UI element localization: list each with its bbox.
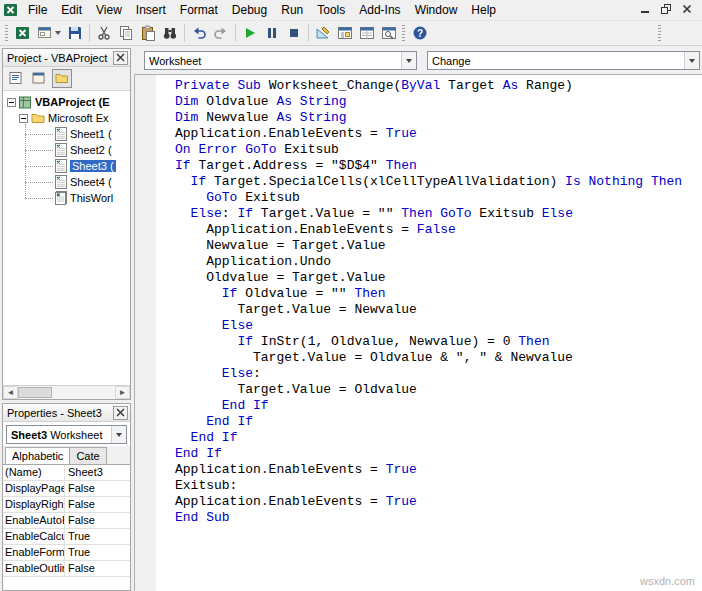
property-name[interactable]: EnableOutlin: [3, 561, 65, 576]
menu-format[interactable]: Format: [173, 1, 225, 19]
save-icon: [67, 25, 83, 41]
property-value[interactable]: True: [65, 545, 130, 560]
menu-run[interactable]: Run: [274, 1, 310, 19]
design-mode-button[interactable]: [312, 22, 334, 44]
menu-file[interactable]: File: [21, 1, 54, 19]
scroll-left-button[interactable]: ◄: [3, 386, 18, 399]
toggle-folders-button[interactable]: [52, 69, 72, 88]
property-value[interactable]: Sheet3: [65, 465, 130, 480]
tree-item-sheet2[interactable]: Sheet2 (: [3, 142, 130, 158]
save-button[interactable]: [64, 22, 86, 44]
property-value[interactable]: True: [65, 529, 130, 544]
tree-item-sheet4[interactable]: Sheet4 (: [3, 174, 130, 190]
copy-button[interactable]: [115, 22, 137, 44]
property-row[interactable]: DisplayRightFalse: [3, 497, 130, 513]
insert-userform-button[interactable]: [34, 22, 64, 44]
menu-view[interactable]: View: [89, 1, 129, 19]
close-icon: [682, 4, 692, 16]
procedure-dropdown[interactable]: Change: [427, 51, 700, 70]
cut-button[interactable]: [93, 22, 115, 44]
menu-help[interactable]: Help: [464, 1, 503, 19]
undo-button[interactable]: [188, 22, 210, 44]
tree-item-sheet3[interactable]: Sheet3 (: [3, 158, 130, 174]
code-line: Dim Oldvalue As String: [175, 94, 702, 110]
property-row[interactable]: (Name)Sheet3: [3, 465, 130, 481]
menu-tools[interactable]: Tools: [310, 1, 352, 19]
reset-button[interactable]: [283, 22, 305, 44]
code-line: Newvalue = Target.Value: [175, 238, 702, 254]
properties-panel-header: Properties - Sheet3: [3, 404, 130, 422]
menu-add-ins[interactable]: Add-Ins: [352, 1, 407, 19]
paste-button[interactable]: [137, 22, 159, 44]
code-line: End If: [175, 398, 702, 414]
code-line: Oldvalue = Target.Value: [175, 270, 702, 286]
object-browser-button[interactable]: [378, 22, 400, 44]
object-selector-dropdown[interactable]: Sheet3 Worksheet: [6, 425, 127, 444]
property-value[interactable]: False: [65, 481, 130, 496]
property-name[interactable]: EnableAutoF: [3, 513, 65, 528]
restore-button[interactable]: [660, 4, 672, 16]
run-button[interactable]: [239, 22, 261, 44]
property-name[interactable]: EnableCalcu: [3, 529, 65, 544]
tree-item-label: Sheet2 (: [70, 144, 112, 156]
toolbar-grip: [658, 25, 661, 42]
code-line: Target.Value = Newvalue: [175, 302, 702, 318]
tab-categorized[interactable]: Cate: [69, 447, 106, 464]
tree-item-sheet1[interactable]: Sheet1 (: [3, 126, 130, 142]
collapse-icon[interactable]: [7, 98, 16, 107]
scroll-right-button[interactable]: ►: [115, 386, 130, 399]
worksheet-icon: [55, 159, 67, 173]
property-row[interactable]: EnableAutoFFalse: [3, 513, 130, 529]
menu-window[interactable]: Window: [408, 1, 465, 19]
property-value[interactable]: False: [65, 497, 130, 512]
property-name[interactable]: DisplayPage: [3, 481, 65, 496]
object-dropdown[interactable]: Worksheet: [144, 51, 417, 70]
chevron-down-icon: [684, 52, 699, 69]
scroll-thumb[interactable]: [18, 387, 52, 398]
excel-workbook-icon[interactable]: [3, 2, 19, 18]
property-row[interactable]: EnableOutlinFalse: [3, 561, 130, 577]
toolbar-separator: [184, 24, 185, 42]
menu-edit[interactable]: Edit: [54, 1, 89, 19]
project-panel-close-button[interactable]: [113, 51, 128, 65]
minimize-button[interactable]: [639, 4, 651, 16]
break-button[interactable]: [261, 22, 283, 44]
property-value[interactable]: False: [65, 513, 130, 528]
properties-panel-close-button[interactable]: [113, 406, 128, 420]
left-column: Project - VBAProject VBAProject (E Micro…: [2, 48, 131, 591]
object-browser-icon: [381, 25, 397, 41]
property-name[interactable]: DisplayRight: [3, 497, 65, 512]
property-name[interactable]: EnableForm: [3, 545, 65, 560]
close-button[interactable]: [681, 4, 693, 16]
breakpoint-margin[interactable]: [135, 75, 156, 591]
menu-debug[interactable]: Debug: [225, 1, 274, 19]
tree-item-vbaproject[interactable]: VBAProject (E: [3, 94, 130, 110]
menu-insert[interactable]: Insert: [129, 1, 173, 19]
property-row[interactable]: EnableCalcuTrue: [3, 529, 130, 545]
code-line: Target.Value = Oldvalue & ", " & Newvalu…: [175, 350, 702, 366]
scroll-track[interactable]: [18, 386, 115, 399]
tree-item-thisworl[interactable]: ThisWorl: [3, 190, 130, 206]
code-text[interactable]: Private Sub Worksheet_Change(ByVal Targe…: [156, 78, 702, 591]
property-value[interactable]: False: [65, 561, 130, 576]
tree-item-microsoft-excel-objects[interactable]: Microsoft Ex: [3, 110, 130, 126]
property-row[interactable]: EnableFormTrue: [3, 545, 130, 561]
excel-button[interactable]: [12, 22, 34, 44]
svg-text:?: ?: [417, 28, 423, 39]
tab-alphabetic[interactable]: Alphabetic: [5, 447, 70, 464]
properties-window-button[interactable]: [356, 22, 378, 44]
view-code-button[interactable]: [6, 69, 26, 88]
object-selector-strip: Sheet3 Worksheet: [3, 422, 130, 446]
find-button[interactable]: [159, 22, 181, 44]
project-explorer-button[interactable]: [334, 22, 356, 44]
redo-button[interactable]: [210, 22, 232, 44]
property-row[interactable]: DisplayPageFalse: [3, 481, 130, 497]
copy-icon: [118, 25, 134, 41]
property-name[interactable]: (Name): [3, 465, 65, 480]
view-object-button[interactable]: [29, 69, 49, 88]
collapse-icon[interactable]: [19, 114, 28, 123]
vbaproject-icon: [19, 96, 32, 109]
code-line: Application.EnableEvents = True: [175, 494, 702, 510]
code-editor[interactable]: Private Sub Worksheet_Change(ByVal Targe…: [134, 74, 702, 591]
help-button[interactable]: ?: [409, 22, 431, 44]
